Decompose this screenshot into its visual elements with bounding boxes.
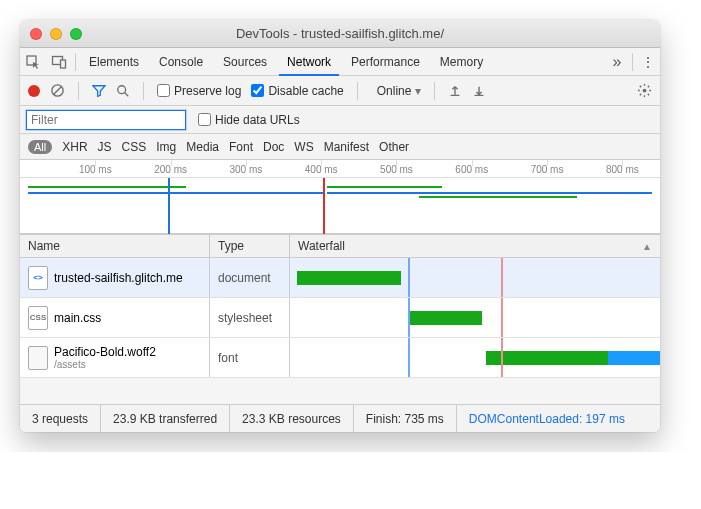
type-filter-img[interactable]: Img: [156, 140, 176, 154]
request-path: /assets: [54, 359, 156, 370]
type-filter-all[interactable]: All: [28, 140, 52, 154]
waterfall-bar: [486, 351, 608, 365]
type-filter-manifest[interactable]: Manifest: [324, 140, 369, 154]
timeline-tick-label: 500 ms: [380, 164, 413, 175]
type-filter-ws[interactable]: WS: [294, 140, 313, 154]
svg-line-6: [125, 92, 129, 96]
status-resources: 23.3 KB resources: [230, 405, 354, 432]
svg-point-5: [118, 85, 126, 93]
separator: [632, 53, 633, 71]
status-finish: Finish: 735 ms: [354, 405, 457, 432]
inspect-element-icon[interactable]: [20, 49, 46, 75]
separator: [143, 82, 144, 100]
titlebar: DevTools - trusted-sailfish.glitch.me/: [20, 20, 660, 48]
upload-har-icon[interactable]: [448, 84, 462, 98]
type-filter-css[interactable]: CSS: [122, 140, 147, 154]
waterfall-bar: [408, 311, 482, 325]
request-name: Pacifico-Bold.woff2: [54, 345, 156, 359]
tab-elements[interactable]: Elements: [79, 48, 149, 75]
timeline-bar: [419, 196, 577, 198]
status-bar: 3 requests 23.9 KB transferred 23.3 KB r…: [20, 404, 660, 432]
filter-row: Hide data URLs: [20, 106, 660, 134]
network-toolbar: Preserve log Disable cache Online ▾: [20, 76, 660, 106]
request-row[interactable]: CSSmain.cssstylesheet: [20, 298, 660, 338]
timeline-bar: [327, 192, 652, 194]
disable-cache-label: Disable cache: [268, 84, 343, 98]
status-domcontentloaded: DOMContentLoaded: 197 ms: [457, 405, 637, 432]
waterfall-bar: [608, 351, 660, 365]
svg-point-7: [643, 89, 647, 93]
timeline-marker-line: [323, 178, 325, 234]
download-har-icon[interactable]: [472, 84, 486, 98]
tab-memory[interactable]: Memory: [430, 48, 493, 75]
throttling-select[interactable]: Online ▾: [377, 84, 422, 98]
network-settings-icon[interactable]: [637, 83, 652, 98]
type-filter-media[interactable]: Media: [186, 140, 219, 154]
overview-timeline[interactable]: 100 ms200 ms300 ms400 ms500 ms600 ms700 …: [20, 160, 660, 234]
request-type: font: [210, 338, 290, 377]
tab-sources[interactable]: Sources: [213, 48, 277, 75]
request-rows: <>trusted-sailfish.glitch.medocumentCSSm…: [20, 258, 660, 378]
waterfall-bar: [297, 271, 401, 285]
sort-asc-icon: ▲: [642, 241, 652, 252]
timeline-bar: [28, 186, 186, 188]
waterfall-marker-line: [408, 298, 410, 337]
status-requests: 3 requests: [20, 405, 101, 432]
waterfall-marker-line: [408, 338, 410, 377]
record-button[interactable]: [28, 85, 40, 97]
request-waterfall-cell: [290, 258, 660, 297]
type-filter-xhr[interactable]: XHR: [62, 140, 87, 154]
timeline-marker-line: [168, 178, 170, 234]
type-filter-js[interactable]: JS: [98, 140, 112, 154]
settings-menu-button[interactable]: ⋮: [636, 54, 660, 70]
timeline-tick-label: 700 ms: [531, 164, 564, 175]
request-waterfall-cell: [290, 338, 660, 377]
timeline-tick-label: 300 ms: [229, 164, 262, 175]
file-icon: <>: [28, 266, 48, 290]
tab-performance[interactable]: Performance: [341, 48, 430, 75]
type-filter-font[interactable]: Font: [229, 140, 253, 154]
request-name: main.css: [54, 311, 101, 325]
hide-data-urls-checkbox[interactable]: Hide data URLs: [198, 113, 300, 127]
preserve-log-checkbox[interactable]: Preserve log: [157, 84, 241, 98]
panel-tabbar: ElementsConsoleSourcesNetworkPerformance…: [20, 48, 660, 76]
chevron-down-icon: ▾: [415, 84, 421, 98]
timeline-tick-label: 800 ms: [606, 164, 639, 175]
request-type-filters: AllXHRJSCSSImgMediaFontDocWSManifestOthe…: [20, 134, 660, 160]
waterfall-marker-line: [501, 298, 503, 337]
tab-network[interactable]: Network: [277, 48, 341, 75]
column-waterfall-header[interactable]: Waterfall ▲: [290, 235, 660, 257]
waterfall-marker-line: [408, 258, 410, 297]
timeline-bar: [28, 192, 323, 194]
timeline-tick-label: 100 ms: [79, 164, 112, 175]
more-tabs-button[interactable]: »: [605, 53, 629, 71]
device-toolbar-icon[interactable]: [46, 49, 72, 75]
request-type: stylesheet: [210, 298, 290, 337]
timeline-bar: [327, 186, 441, 188]
type-filter-doc[interactable]: Doc: [263, 140, 284, 154]
column-type-header[interactable]: Type: [210, 235, 290, 257]
devtools-window: DevTools - trusted-sailfish.glitch.me/ E…: [20, 20, 660, 432]
column-name-header[interactable]: Name: [20, 235, 210, 257]
waterfall-marker-line: [501, 258, 503, 297]
throttling-value: Online: [377, 84, 412, 98]
request-name: trusted-sailfish.glitch.me: [54, 271, 183, 285]
separator: [75, 53, 76, 71]
request-row[interactable]: Pacifico-Bold.woff2/assetsfont: [20, 338, 660, 378]
timeline-tick-label: 200 ms: [154, 164, 187, 175]
filter-input[interactable]: [26, 110, 186, 130]
column-headers: Name Type Waterfall ▲: [20, 234, 660, 258]
filter-toggle-icon[interactable]: [92, 84, 106, 98]
waterfall-marker-line: [501, 338, 503, 377]
disable-cache-checkbox[interactable]: Disable cache: [251, 84, 343, 98]
empty-space: [20, 378, 660, 404]
request-waterfall-cell: [290, 298, 660, 337]
type-filter-other[interactable]: Other: [379, 140, 409, 154]
clear-button[interactable]: [50, 83, 65, 98]
window-title: DevTools - trusted-sailfish.glitch.me/: [20, 26, 660, 41]
preserve-log-label: Preserve log: [174, 84, 241, 98]
search-icon[interactable]: [116, 84, 130, 98]
hide-data-urls-label: Hide data URLs: [215, 113, 300, 127]
request-row[interactable]: <>trusted-sailfish.glitch.medocument: [20, 258, 660, 298]
tab-console[interactable]: Console: [149, 48, 213, 75]
